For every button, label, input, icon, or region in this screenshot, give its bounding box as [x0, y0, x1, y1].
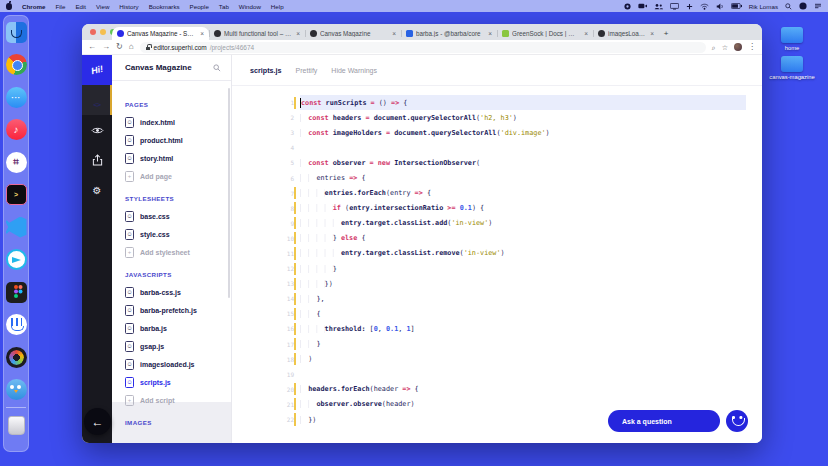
share-upload-button[interactable] [82, 145, 112, 175]
file-item-product.html[interactable]: ☺product.html [112, 131, 231, 149]
code-line[interactable]: 12 } [232, 261, 762, 276]
home-icon[interactable]: ⌂ [129, 43, 134, 51]
code-line[interactable]: 1const runScripts = () => { [232, 95, 762, 110]
code-line[interactable]: 19 [232, 367, 762, 382]
code-line[interactable]: 20 headers.forEach(header => { [232, 382, 762, 397]
camera-icon[interactable] [638, 3, 647, 9]
file-item-barba-prefetch.js[interactable]: ☺barba-prefetch.js [112, 301, 231, 319]
superhi-logo[interactable]: Hi! [82, 55, 112, 85]
mail-dock-icon[interactable] [5, 249, 27, 271]
browser-menu-icon[interactable]: ⋮ [748, 43, 756, 51]
wifi-icon[interactable] [700, 3, 709, 10]
file-item-barba-css.js[interactable]: ☺barba-css.js [112, 283, 231, 301]
browser-tab[interactable]: Canvas Magazine - Superhi× [112, 27, 209, 40]
tab-close-icon[interactable]: × [294, 30, 300, 37]
code-line[interactable]: 6 entries => { [232, 170, 762, 185]
menu-item-view[interactable]: View [96, 3, 109, 10]
menu-item-chrome[interactable]: Chrome [22, 3, 45, 10]
code-line[interactable]: 10 } else { [232, 231, 762, 246]
file-item-style.css[interactable]: ☺style.css [112, 225, 231, 243]
chrome-dock-icon[interactable] [5, 54, 27, 76]
finder-dock-icon[interactable] [5, 21, 27, 43]
twitter-dock-icon[interactable] [5, 379, 27, 401]
menu-item-people[interactable]: People [190, 3, 209, 10]
bluetooth-icon[interactable] [686, 3, 693, 10]
code-line[interactable]: 7 entries.forEach(entry => { [232, 186, 762, 201]
code-line[interactable]: 17 } [232, 337, 762, 352]
browser-tab[interactable]: Multi functional tool – Canvas M…× [209, 27, 305, 40]
siri-icon[interactable] [799, 2, 807, 10]
bookmark-star-icon[interactable]: ☆ [722, 44, 728, 51]
menu-item-help[interactable]: Help [271, 3, 284, 10]
code-line[interactable]: 18 ) [232, 352, 762, 367]
code-line[interactable]: 13 }) [232, 276, 762, 291]
figma-dock-icon[interactable] [5, 281, 27, 303]
tab-close-icon[interactable]: × [198, 30, 204, 37]
intercom-dock-icon[interactable] [5, 314, 27, 336]
add-file-button[interactable]: +Add stylesheet [112, 243, 231, 261]
code-view-button[interactable]: <> [82, 85, 112, 115]
browser-tab[interactable]: Canvas Magazine× [305, 27, 401, 40]
hide-warnings-button[interactable]: Hide Warnings [331, 67, 377, 74]
menu-item-bookmarks[interactable]: Bookmarks [149, 3, 180, 10]
close-window-button[interactable] [90, 29, 96, 35]
apple-menu-icon[interactable] [6, 3, 12, 10]
file-item-imagesloaded.js[interactable]: ☺imagesloaded.js [112, 355, 231, 373]
trash-dock-icon[interactable] [5, 415, 27, 437]
file-item-index.html[interactable]: ☺index.html [112, 113, 231, 131]
desktop-icon-home[interactable]: home [764, 27, 820, 51]
desktop-icon-canvas-magazine[interactable]: canvas-magazine [764, 56, 820, 80]
address-bar[interactable]: editor.superhi.com/projects/46674 [140, 42, 706, 53]
new-tab-button[interactable]: + [659, 27, 673, 40]
photos-dock-icon[interactable] [5, 346, 27, 368]
screen-record-icon[interactable] [624, 3, 631, 10]
code-line[interactable]: 15 { [232, 306, 762, 321]
settings-gear-button[interactable]: ⚙ [82, 175, 112, 205]
messages-dock-icon[interactable]: ··· [5, 86, 27, 108]
lock-icon[interactable] [146, 44, 151, 50]
notification-center-icon[interactable] [814, 3, 822, 9]
file-item-scripts.js[interactable]: ☺scripts.js [112, 373, 231, 391]
back-to-dashboard-button[interactable]: ← [84, 408, 111, 435]
file-search-icon[interactable] [213, 64, 221, 72]
tab-close-icon[interactable]: × [582, 30, 588, 37]
volume-icon[interactable] [716, 3, 724, 10]
menu-item-tab[interactable]: Tab [219, 3, 229, 10]
back-icon[interactable]: ← [88, 43, 96, 51]
add-file-button[interactable]: +Add page [112, 167, 231, 185]
code-line[interactable]: 9 entry.target.classList.add('in-view') [232, 216, 762, 231]
minimize-window-button[interactable] [100, 29, 106, 35]
search-icon[interactable]: ⌕ [712, 44, 716, 51]
terminal-dock-icon[interactable]: > [5, 184, 27, 206]
code-line[interactable]: 4 [232, 140, 762, 155]
slack-dock-icon[interactable]: ⌗ [5, 151, 27, 173]
help-smiley-button[interactable] [726, 410, 748, 432]
browser-tab[interactable]: imagesLoaded× [593, 27, 659, 40]
menu-item-edit[interactable]: Edit [75, 3, 86, 10]
file-item-barba.js[interactable]: ☺barba.js [112, 319, 231, 337]
menu-item-history[interactable]: History [119, 3, 138, 10]
code-line[interactable]: 14 }, [232, 291, 762, 306]
users-icon[interactable] [654, 3, 663, 10]
code-line[interactable]: 5 const observer = new IntersectionObser… [232, 155, 762, 170]
menu-item-window[interactable]: Window [239, 3, 261, 10]
tab-close-icon[interactable]: × [486, 30, 492, 37]
code-line[interactable]: 11 entry.target.classList.remove('in-vie… [232, 246, 762, 261]
sidebar-scrollbar[interactable] [228, 88, 230, 298]
menu-item-file[interactable]: File [55, 3, 65, 10]
code-line[interactable]: 2 const headers = document.querySelector… [232, 110, 762, 125]
add-file-button[interactable]: +Add script [112, 391, 231, 409]
tab-close-icon[interactable]: × [648, 30, 654, 37]
spotlight-search-icon[interactable] [785, 3, 792, 10]
ask-question-button[interactable]: Ask a question [608, 410, 720, 432]
browser-tab[interactable]: GreenSock | Docs | GSAP | gsa…× [497, 27, 593, 40]
reload-icon[interactable]: ↻ [116, 43, 123, 51]
code-editor[interactable]: 1const runScripts = () => {2 const heade… [232, 86, 762, 427]
user-menu[interactable]: Rik Lomas [749, 3, 778, 10]
browser-tab[interactable]: barba.js - @barba/core× [401, 27, 497, 40]
forward-icon[interactable]: → [102, 43, 110, 51]
music-dock-icon[interactable]: ♪ [5, 119, 27, 141]
prettify-button[interactable]: Prettify [296, 67, 318, 74]
file-item-story.html[interactable]: ☺story.html [112, 149, 231, 167]
code-line[interactable]: 3 const imageHolders = document.querySel… [232, 125, 762, 140]
